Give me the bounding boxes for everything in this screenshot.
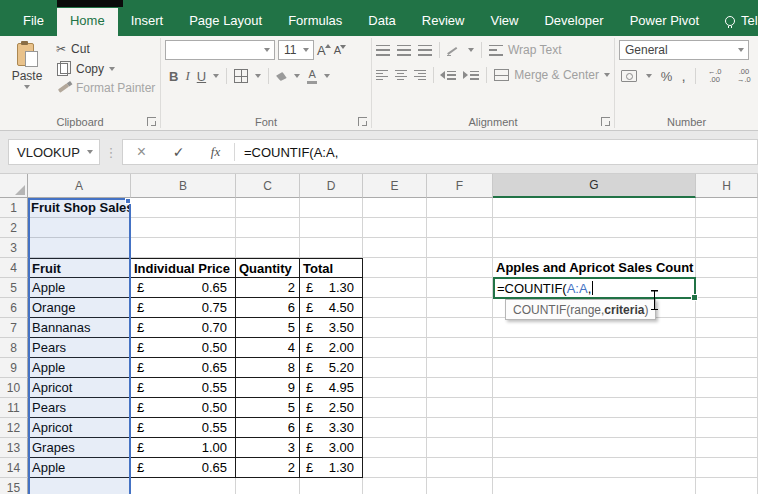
grow-font-button[interactable]: A	[317, 43, 331, 58]
row-header-12[interactable]: 12	[0, 418, 28, 438]
cell-C14[interactable]: 2	[236, 458, 300, 478]
cell-E8[interactable]	[363, 338, 427, 358]
active-cell-G5[interactable]: =COUNTIF(A:A,	[493, 277, 696, 299]
cell-H2[interactable]	[696, 218, 758, 238]
cell-B15[interactable]	[131, 478, 236, 494]
cell-B6[interactable]: £0.75	[131, 298, 236, 318]
insert-function-button[interactable]: fx	[197, 144, 234, 160]
cell-C1[interactable]	[236, 198, 300, 218]
cell-C4[interactable]: Quantity	[236, 258, 300, 278]
tab-data[interactable]: Data	[355, 8, 408, 36]
orientation-icon[interactable]	[447, 44, 461, 56]
cell-B7[interactable]: £0.70	[131, 318, 236, 338]
cell-G8[interactable]	[493, 338, 696, 358]
merge-center-button[interactable]: Merge & Center	[494, 68, 610, 82]
cell-D12[interactable]: £3.30	[300, 418, 363, 438]
cell-D4[interactable]: Total	[300, 258, 363, 278]
cell-F15[interactable]	[427, 478, 493, 494]
cell-F11[interactable]	[427, 398, 493, 418]
percent-style-button[interactable]: %	[661, 69, 673, 84]
cell-E6[interactable]	[363, 298, 427, 318]
cell-C11[interactable]: 5	[236, 398, 300, 418]
cell-A14[interactable]: Apple	[28, 458, 131, 478]
cell-F9[interactable]	[427, 358, 493, 378]
cell-C13[interactable]: 3	[236, 438, 300, 458]
enter-button[interactable]: ✓	[160, 144, 197, 160]
align-middle-button[interactable]	[397, 45, 411, 56]
column-header-F[interactable]: F	[427, 174, 493, 198]
name-box-dropdown-arrow-icon[interactable]	[87, 150, 93, 154]
cell-H7[interactable]	[696, 318, 758, 338]
row-header-5[interactable]: 5	[0, 278, 28, 298]
cell-C15[interactable]	[236, 478, 300, 494]
cell-A4[interactable]: Fruit	[28, 258, 131, 278]
cell-H12[interactable]	[696, 418, 758, 438]
format-painter-button[interactable]: Format Painter	[56, 81, 155, 95]
cell-G4[interactable]: Apples and Apricot Sales Count	[493, 258, 696, 278]
cell-C10[interactable]: 9	[236, 378, 300, 398]
increase-indent-button[interactable]	[463, 71, 479, 80]
copy-button[interactable]: Copy	[56, 61, 155, 76]
cell-C9[interactable]: 8	[236, 358, 300, 378]
cell-B4[interactable]: Individual Price	[131, 258, 236, 278]
cell-B8[interactable]: £0.50	[131, 338, 236, 358]
row-header-2[interactable]: 2	[0, 218, 28, 238]
cell-D6[interactable]: £4.50	[300, 298, 363, 318]
font-dialog-launcher-icon[interactable]	[358, 117, 367, 126]
orientation-dropdown-arrow-icon[interactable]	[468, 48, 474, 52]
decrease-indent-button[interactable]	[440, 71, 456, 80]
cell-D13[interactable]: £3.00	[300, 438, 363, 458]
tab-formulas[interactable]: Formulas	[275, 8, 355, 36]
cell-D8[interactable]: £2.00	[300, 338, 363, 358]
column-header-H[interactable]: H	[696, 174, 758, 198]
cell-F5[interactable]	[427, 278, 493, 298]
row-header-6[interactable]: 6	[0, 298, 28, 318]
row-header-15[interactable]: 15	[0, 478, 28, 494]
cell-D11[interactable]: £2.50	[300, 398, 363, 418]
cell-A10[interactable]: Apricot	[28, 378, 131, 398]
align-center-button[interactable]	[395, 70, 407, 81]
cell-B11[interactable]: £0.50	[131, 398, 236, 418]
cell-E11[interactable]	[363, 398, 427, 418]
formula-bar-grip-icon[interactable]: ⋮	[100, 145, 122, 160]
cell-E4[interactable]	[363, 258, 427, 278]
fill-color-icon[interactable]	[275, 70, 288, 81]
cell-F6[interactable]	[427, 298, 493, 318]
cell-A1[interactable]: Fruit Shop Sales	[28, 198, 131, 218]
name-box[interactable]: VLOOKUP	[8, 139, 100, 165]
cell-D5[interactable]: £1.30	[300, 278, 363, 298]
cell-D7[interactable]: £3.50	[300, 318, 363, 338]
column-header-A[interactable]: A	[28, 174, 131, 198]
tab-view[interactable]: View	[477, 8, 531, 36]
cell-E15[interactable]	[363, 478, 427, 494]
tab-developer[interactable]: Developer	[531, 8, 616, 36]
cell-H11[interactable]	[696, 398, 758, 418]
tab-file[interactable]: File	[10, 8, 57, 36]
cell-G13[interactable]	[493, 438, 696, 458]
row-header-13[interactable]: 13	[0, 438, 28, 458]
cell-A2[interactable]	[28, 218, 131, 238]
cell-A8[interactable]: Pears	[28, 338, 131, 358]
row-header-1[interactable]: 1	[0, 198, 28, 218]
decrease-decimal-button[interactable]: .00 →.0	[734, 68, 754, 84]
cell-F1[interactable]	[427, 198, 493, 218]
cell-G15[interactable]	[493, 478, 696, 494]
shrink-font-button[interactable]: A	[334, 44, 346, 56]
row-header-9[interactable]: 9	[0, 358, 28, 378]
fill-color-dropdown-arrow-icon[interactable]	[294, 74, 300, 78]
clipboard-dialog-launcher-icon[interactable]	[147, 117, 156, 126]
cell-A12[interactable]: Apricot	[28, 418, 131, 438]
cell-A3[interactable]	[28, 238, 131, 258]
cell-F14[interactable]	[427, 458, 493, 478]
cell-G10[interactable]	[493, 378, 696, 398]
cell-F8[interactable]	[427, 338, 493, 358]
cell-A11[interactable]: Pears	[28, 398, 131, 418]
cell-A7[interactable]: Bannanas	[28, 318, 131, 338]
row-header-10[interactable]: 10	[0, 378, 28, 398]
cell-B10[interactable]: £0.55	[131, 378, 236, 398]
row-header-8[interactable]: 8	[0, 338, 28, 358]
cell-G2[interactable]	[493, 218, 696, 238]
tab-power-pivot[interactable]: Power Pivot	[617, 8, 712, 36]
column-header-C[interactable]: C	[236, 174, 300, 198]
cell-G3[interactable]	[493, 238, 696, 258]
